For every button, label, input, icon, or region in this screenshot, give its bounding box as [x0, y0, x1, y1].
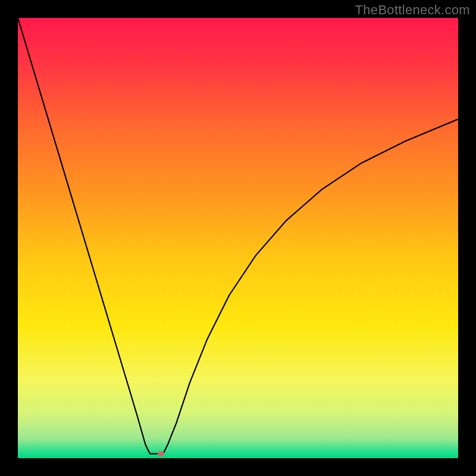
chart-svg — [18, 18, 458, 458]
plot-area — [18, 18, 458, 458]
watermark-text: TheBottleneck.com — [355, 2, 470, 18]
chart-frame: TheBottleneck.com — [0, 0, 476, 476]
minimum-marker — [158, 452, 165, 456]
